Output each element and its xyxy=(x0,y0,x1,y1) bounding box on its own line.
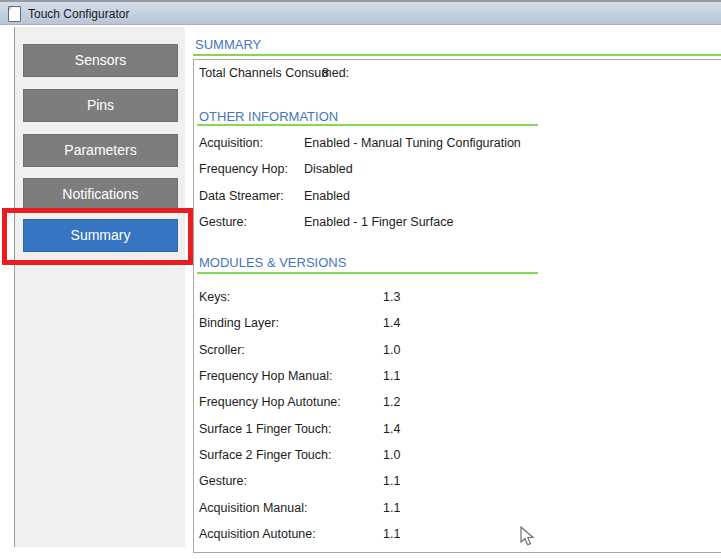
module-label: Keys: xyxy=(199,290,230,304)
info-label: Gesture: xyxy=(199,215,247,229)
module-label: Gesture: xyxy=(199,474,247,488)
page-title: SUMMARY xyxy=(195,37,261,52)
other-information-underline xyxy=(197,124,538,126)
summary-content-panel: Total Channels Consumed: 8 OTHER INFORMA… xyxy=(193,59,721,553)
sidebar-item-sensors[interactable]: Sensors xyxy=(23,44,178,77)
info-value: Disabled xyxy=(304,162,353,176)
module-label: Surface 1 Finger Touch: xyxy=(199,422,331,436)
summary-underline xyxy=(193,54,721,56)
module-version: 1.1 xyxy=(383,369,400,383)
module-label: Acquisition Autotune: xyxy=(199,527,316,541)
modules-versions-header: MODULES & VERSIONS xyxy=(199,255,346,270)
module-version: 1.4 xyxy=(383,316,400,330)
module-label: Frequency Hop Manual: xyxy=(199,369,332,383)
module-label: Acquisition Manual: xyxy=(199,501,307,515)
info-value: Enabled - 1 Finger Surface xyxy=(304,215,453,229)
info-label: Frequency Hop: xyxy=(199,162,288,176)
sidebar-item-summary[interactable]: Summary xyxy=(23,219,178,252)
info-label: Data Streamer: xyxy=(199,189,284,203)
module-label: Binding Layer: xyxy=(199,316,279,330)
module-label: Scroller: xyxy=(199,343,245,357)
module-version: 1.0 xyxy=(383,448,400,462)
module-label: Frequency Hop Autotune: xyxy=(199,395,341,409)
modules-versions-underline xyxy=(197,272,538,274)
sidebar-item-notifications[interactable]: Notifications xyxy=(23,178,178,211)
module-version: 1.3 xyxy=(383,290,400,304)
sidebar-item-pins[interactable]: Pins xyxy=(23,89,178,122)
module-version: 1.2 xyxy=(383,395,400,409)
other-information-header: OTHER INFORMATION xyxy=(199,109,338,124)
info-label: Acquisition: xyxy=(199,136,263,150)
window-title: Touch Configurator xyxy=(28,7,129,21)
module-label: Surface 2 Finger Touch: xyxy=(199,448,331,462)
module-version: 1.0 xyxy=(383,343,400,357)
module-version: 1.1 xyxy=(383,527,400,541)
window-doc-icon xyxy=(8,6,21,22)
module-version: 1.4 xyxy=(383,422,400,436)
sidebar-item-parameters[interactable]: Parameters xyxy=(23,134,178,167)
module-version: 1.1 xyxy=(383,474,400,488)
info-value: Enabled xyxy=(304,189,350,203)
module-version: 1.1 xyxy=(383,501,400,515)
info-value: Enabled - Manual Tuning Configuration xyxy=(304,136,521,150)
window-titlebar: Touch Configurator xyxy=(0,0,721,25)
total-channels-value: 8 xyxy=(322,66,329,80)
sidebar: Sensors Pins Parameters Notifications Su… xyxy=(14,27,185,547)
